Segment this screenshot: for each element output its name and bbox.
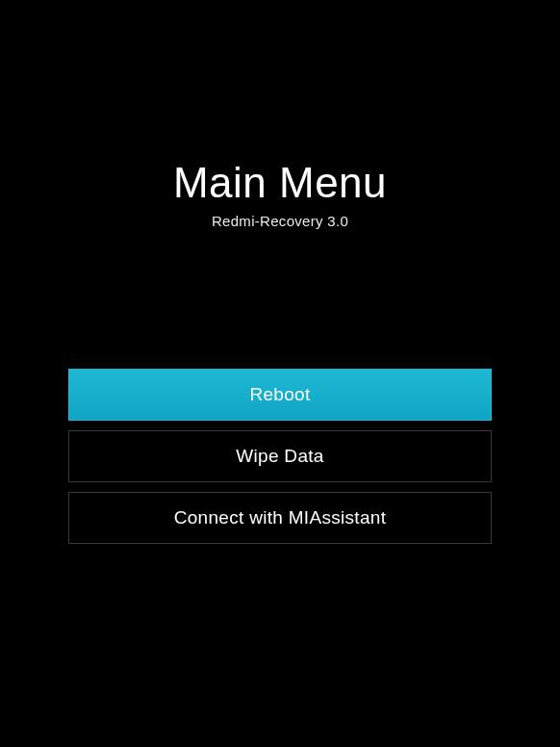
wipe-data-label: Wipe Data	[236, 446, 323, 467]
connect-miassistant-label: Connect with MIAssistant	[174, 507, 387, 528]
reboot-label: Reboot	[249, 384, 310, 405]
recovery-header: Main Menu Redmi-Recovery 3.0	[173, 159, 387, 229]
reboot-button[interactable]: Reboot	[68, 369, 492, 421]
wipe-data-button[interactable]: Wipe Data	[68, 430, 492, 482]
connect-miassistant-button[interactable]: Connect with MIAssistant	[68, 492, 492, 544]
recovery-menu: Reboot Wipe Data Connect with MIAssistan…	[68, 369, 492, 544]
main-menu-title: Main Menu	[173, 159, 387, 207]
recovery-version-subtitle: Redmi-Recovery 3.0	[173, 213, 387, 229]
